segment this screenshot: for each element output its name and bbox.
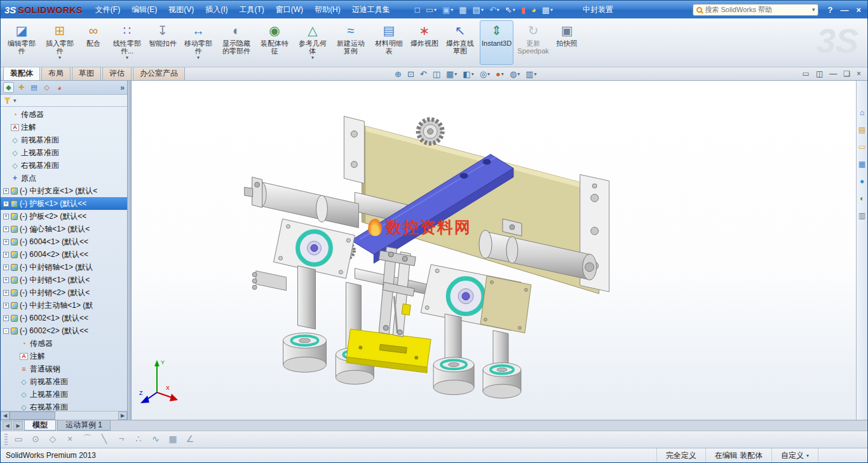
tree-item-top-plane[interactable]: 上视基准面 [1,146,127,159]
tab-evaluate[interactable]: 评估 [102,66,132,80]
tree-item-origin[interactable]: 原点 [1,172,127,184]
tree-item-component[interactable]: +(-) 护板<2> (默认<< [1,210,127,223]
tree-item-sensors[interactable]: 传感器 [1,337,127,350]
filter-caret-icon[interactable]: ▾ [13,97,17,104]
tree-item-component[interactable]: +(-) 中封主动轴<1> (默 [1,299,127,312]
help-button[interactable]: ? [827,5,832,15]
menu-item[interactable]: 帮助(H) [309,3,346,17]
bill-of-materials-button[interactable]: ▤材料明细表 [370,20,407,65]
menu-item[interactable]: 插入(I) [200,3,233,17]
make-drawing-icon[interactable]: ▦ [457,4,468,15]
search-dropdown-caret-icon[interactable]: ▾ [812,6,815,13]
display-style-icon[interactable]: ◧▾ [463,69,473,79]
menu-item[interactable]: 迈迪工具集 [347,3,395,17]
tree-expander[interactable]: + [3,290,9,296]
new-motion-study-button[interactable]: ≈新建运动算例 [332,20,369,65]
smart-fasteners-button[interactable]: ↧智能扣件 [147,20,179,65]
save-icon[interactable]: ▣▾ [440,4,455,15]
rebuild-icon[interactable]: ▮ [519,4,527,15]
help-search-box[interactable]: ▾ [693,4,818,16]
tree-expander[interactable]: + [3,277,9,283]
panel-expand-chevron[interactable]: » [120,83,125,92]
scenes-icon[interactable]: ◐ [860,192,864,204]
tree-expander[interactable]: + [3,226,9,232]
viewport-layout-icon[interactable]: ▭ [803,69,810,78]
options-icon[interactable]: ▩▾ [540,4,555,15]
tree-expander[interactable]: + [3,303,9,308]
minimize-button[interactable]: — [840,5,848,15]
doc-restore-icon[interactable]: ❏ [843,69,850,78]
dimxpertmanager-tab-icon[interactable]: ◇ [41,82,52,93]
displaymanager-tab-icon[interactable]: ◕ [54,82,65,93]
undo-icon[interactable]: ↶▾ [487,4,501,15]
linear-pattern-button[interactable]: ∷线性零部件...▾ [109,20,146,65]
graphics-area[interactable]: 数控资料网 Y X Z [132,81,856,420]
design-library-icon[interactable]: ▤ [858,123,865,135]
explode-line-sketch-button[interactable]: ↖爆炸直线草图 [442,20,478,65]
appearance-icon[interactable]: ◕ [529,4,538,15]
tree-expander[interactable]: + [3,252,9,258]
mate-button[interactable]: ∞配合 [79,20,107,65]
sketch-dimension-icon[interactable]: ∠ [184,434,196,445]
tree-expander[interactable]: + [3,201,9,207]
apply-scene-icon[interactable]: ◍▾ [510,69,520,79]
scrollbar-thumb[interactable] [10,411,55,420]
filter-icon[interactable] [4,97,11,104]
scrollbar-track[interactable] [10,411,118,420]
menu-item[interactable]: 工具(T) [234,3,269,17]
tab-motion-study[interactable]: 运动算例 1 [57,420,111,431]
custom-properties-icon[interactable]: ▥ [858,209,865,221]
sketch-line-icon[interactable]: ╲ [98,434,111,445]
open-icon[interactable]: ▭▾ [424,4,438,15]
sketch-circle-icon[interactable]: ⊙ [29,434,42,445]
previous-view-icon[interactable]: ↶ [420,69,427,79]
tab-scroll-left-icon[interactable]: ◀ [3,421,12,430]
instant3d-button[interactable]: ⇕Instant3D [480,20,513,65]
zoom-fit-icon[interactable]: ⊕ [395,69,402,79]
menu-item[interactable]: 窗口(W) [271,3,308,17]
sketch-rectangle-icon[interactable]: ¬ [115,434,128,445]
appearances-icon[interactable]: ● [860,175,864,186]
sketch-arc-icon[interactable]: ⌒ [81,434,93,445]
update-speedpak-button[interactable]: ↻更新 Speedpak [515,20,552,65]
propertymanager-tab-icon[interactable]: ✚ [16,82,27,93]
doc-close-icon[interactable]: × [857,69,861,78]
featuremanager-tab-icon[interactable]: ◆ [3,82,14,93]
view-orientation-icon[interactable]: ▦▾ [446,69,457,79]
move-component-button[interactable]: ↔移动零部件▾ [180,20,217,65]
show-hidden-components-button[interactable]: ◐显示隐藏的零部件 [218,20,255,65]
tree-item-annotations[interactable]: 注解 [1,350,127,363]
view-settings-icon[interactable]: ▥▾ [526,69,536,79]
toolbar-grip[interactable] [4,434,8,445]
insert-component-button[interactable]: ⊞插入零部件▾ [41,20,78,65]
tree-item-front-plane[interactable]: 前视基准面 [1,375,127,388]
task-resources-icon[interactable]: ⌂ [860,106,864,118]
tree-item-component[interactable]: +(-) 中封销轴<1> (默认 [1,261,127,273]
close-button[interactable]: × [856,5,861,15]
doc-minimize-icon[interactable]: — [829,69,837,78]
tree-expander[interactable]: + [3,315,9,321]
menu-item[interactable]: 视图(V) [163,3,199,17]
exploded-view-button[interactable]: ∗爆炸视图 [409,20,440,65]
configurationmanager-tab-icon[interactable]: ▤ [29,82,39,93]
tree-expander[interactable]: + [3,265,9,270]
tree-item-component[interactable]: +(-) 6004<1> (默认<< [1,235,127,248]
tree-expander[interactable]: + [3,239,9,245]
tree-item-sensors[interactable]: 传感器 [1,108,127,121]
tree-item-annotations[interactable]: 注解 [1,121,127,134]
tab-sketch[interactable]: 草图 [72,66,101,80]
tab-assembly[interactable]: 装配体 [3,66,40,80]
sketch-spline-icon[interactable]: ∿ [149,434,162,445]
tab-office-products[interactable]: 办公室产品 [133,66,185,80]
view-palette-icon[interactable]: ▦ [858,158,865,169]
edit-component-button[interactable]: ◪编辑零部件 [3,20,40,65]
assembly-features-button[interactable]: ◉装配体特征 [256,20,293,65]
zoom-area-icon[interactable]: ⊡ [407,69,414,79]
sketch-trim-icon[interactable]: × [64,434,76,445]
scroll-right-arrow[interactable]: ▶ [118,411,127,420]
tree-item-material[interactable]: 普通碳钢 [1,363,127,375]
scroll-left-arrow[interactable]: ◀ [1,411,10,420]
tree-item-component[interactable]: +(-) 6002<1> (默认<< [1,312,127,324]
menu-item[interactable]: 文件(F) [90,3,125,17]
section-view-icon[interactable]: ◫ [433,69,440,79]
